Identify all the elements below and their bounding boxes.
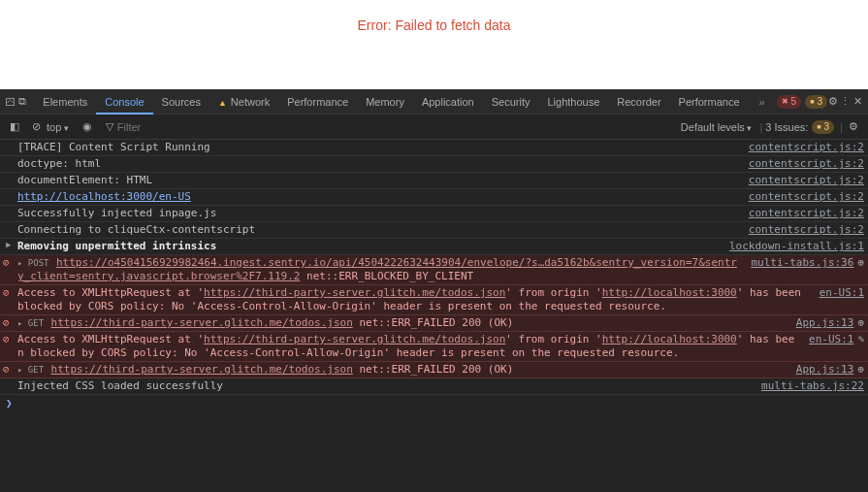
tab-elements[interactable]: Elements [34, 89, 96, 115]
log-row: http://localhost:3000/en-UScontentscript… [0, 189, 868, 206]
filter-box[interactable]: ▽ [106, 120, 261, 133]
expand-icon[interactable]: ▸ POST [17, 258, 54, 268]
source-link[interactable]: multi-tabs.js:36 [751, 256, 853, 269]
source-link[interactable]: en-US:1 [809, 333, 853, 345]
console-prompt[interactable]: ❯ [0, 395, 868, 411]
url-link[interactable]: http://localhost:3000/en-US [17, 190, 191, 203]
error-row: Access to XMLHttpRequest at 'https://thi… [0, 332, 868, 362]
more-icon[interactable]: ⋮ [840, 95, 852, 108]
source-link[interactable]: multi-tabs.js:22 [761, 379, 864, 392]
warning-count-badge[interactable]: 3 [805, 95, 827, 109]
tab-sources[interactable]: Sources [153, 89, 209, 115]
tab-lighthouse[interactable]: Lighthouse [538, 89, 608, 115]
more-tabs-icon[interactable]: » [758, 96, 764, 108]
url-link[interactable]: https://third-party-server.glitch.me/tod… [204, 333, 505, 345]
log-row: Injected CSS loaded successfullymulti-ta… [0, 378, 868, 395]
log-row: doctype: htmlcontentscript.js:2 [0, 156, 868, 173]
console-toolbar: ◧ ⊘ top ◉ ▽ Default levels | 3 Issues: 3… [0, 115, 868, 140]
source-link[interactable]: contentscript.js:2 [749, 207, 864, 219]
error-row: ▸ GET https://third-party-server.glitch.… [0, 315, 868, 332]
tab-performance-insights[interactable]: Performance insights ⚗ [670, 89, 752, 115]
filter-input[interactable] [117, 121, 234, 133]
error-count-badge[interactable]: 5 [777, 95, 802, 109]
error-row: ▸ POST https://o4504156929982464.ingest.… [0, 255, 868, 285]
log-row: Successfully injected inpage.jscontentsc… [0, 206, 868, 222]
wrench-icon[interactable]: ✎ [857, 333, 864, 345]
console-body[interactable]: [TRACE] Content Script Runningcontentscr… [0, 140, 868, 492]
source-link[interactable]: en-US:1 [820, 286, 864, 299]
tab-console[interactable]: Console [96, 89, 152, 115]
source-link[interactable]: contentscript.js:2 [749, 190, 864, 203]
devtools-panel: ⮹ ⧉ Elements Console Sources Network Per… [0, 89, 868, 492]
inspect-icon[interactable]: ⮹ [4, 96, 16, 108]
issues-count-badge: 3 [812, 120, 834, 134]
source-link[interactable]: App.js:13 [796, 363, 854, 376]
source-link[interactable]: contentscript.js:2 [749, 223, 864, 236]
gear-icon[interactable]: ⊕ [857, 316, 864, 329]
close-icon[interactable]: ✕ [852, 95, 864, 108]
gear-icon[interactable]: ⊕ [857, 363, 864, 376]
url-link[interactable]: https://third-party-server.glitch.me/tod… [51, 363, 353, 376]
issues-button[interactable]: 3 Issues: 3 [762, 120, 834, 134]
log-row: documentElement: HTMLcontentscript.js:2 [0, 173, 868, 189]
live-expression-icon[interactable]: ◉ [77, 120, 98, 133]
context-select[interactable]: top [47, 121, 69, 133]
source-link[interactable]: contentscript.js:2 [749, 141, 864, 153]
page-content: Error: Failed to fetch data [0, 0, 868, 89]
error-row: ▸ GET https://third-party-server.glitch.… [0, 362, 868, 378]
filter-icon: ▽ [106, 120, 113, 133]
error-row: Access to XMLHttpRequest at 'https://thi… [0, 285, 868, 315]
tab-application[interactable]: Application [413, 89, 483, 115]
tab-performance[interactable]: Performance [278, 89, 357, 115]
log-row: [TRACE] Content Script Runningcontentscr… [0, 140, 868, 156]
tab-memory[interactable]: Memory [357, 89, 413, 115]
url-link[interactable]: http://localhost:3000 [602, 286, 737, 299]
tab-network[interactable]: Network [209, 89, 278, 115]
devtools-tabs: ⮹ ⧉ Elements Console Sources Network Per… [0, 89, 868, 115]
tab-security[interactable]: Security [483, 89, 539, 115]
sidebar-toggle-icon[interactable]: ◧ [4, 120, 25, 133]
url-link[interactable]: https://third-party-server.glitch.me/tod… [204, 286, 505, 299]
tab-recorder[interactable]: Recorder [608, 89, 669, 115]
clear-console-icon[interactable]: ⊘ [25, 120, 47, 133]
url-link[interactable]: http://localhost:3000 [602, 333, 737, 345]
log-row: Connecting to cliqueCtx-contentscriptcon… [0, 222, 868, 239]
levels-select[interactable]: Default levels [681, 121, 753, 133]
log-row: ▶Removing unpermitted intrinsicslockdown… [0, 239, 868, 255]
url-link[interactable]: https://third-party-server.glitch.me/tod… [51, 316, 353, 329]
gear-icon[interactable]: ⊕ [857, 256, 864, 269]
source-link[interactable]: contentscript.js:2 [749, 157, 864, 170]
console-settings-icon[interactable]: ⚙ [843, 120, 864, 133]
settings-icon[interactable]: ⚙ [827, 95, 840, 108]
source-link[interactable]: lockdown-install.js:1 [729, 240, 864, 252]
expand-icon[interactable]: ▸ GET [17, 365, 49, 375]
source-link[interactable]: App.js:13 [796, 316, 854, 329]
device-toolbar-icon[interactable]: ⧉ [16, 95, 29, 108]
page-error-text: Error: Failed to fetch data [358, 17, 511, 33]
source-link[interactable]: contentscript.js:2 [749, 174, 864, 186]
expand-icon[interactable]: ▶ [6, 240, 11, 249]
expand-icon[interactable]: ▸ GET [17, 318, 49, 328]
